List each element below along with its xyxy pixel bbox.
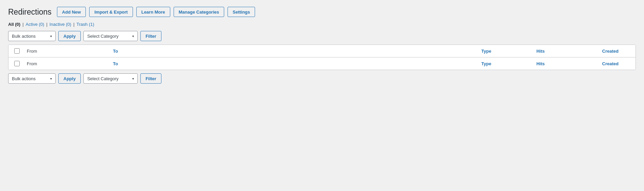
apply-button-top[interactable]: Apply	[58, 31, 81, 41]
select-category-label-bottom: Select Category	[87, 76, 119, 81]
filter-trash[interactable]: Trash (1)	[77, 22, 94, 27]
row-to[interactable]: To	[110, 61, 459, 66]
filter-button-bottom[interactable]: Filter	[140, 73, 161, 84]
page-title: Redirections	[8, 7, 52, 17]
bulk-actions-select-bottom[interactable]: Bulk actions ▾	[8, 73, 56, 84]
chevron-down-icon-bulk-bottom: ▾	[50, 77, 52, 81]
row-checkbox-col	[8, 61, 25, 66]
separator-1: |	[22, 22, 23, 27]
category-select-top[interactable]: Select Category ▾	[83, 31, 138, 41]
bottom-toolbar: Bulk actions ▾ Apply Select Category ▾ F…	[8, 73, 636, 84]
apply-button-bottom[interactable]: Apply	[58, 73, 81, 84]
separator-2: |	[46, 22, 47, 27]
bulk-actions-select-top[interactable]: Bulk actions ▾	[8, 31, 56, 41]
filter-links: All (0) | Active (0) | Inactive (0) | Tr…	[8, 22, 636, 27]
add-new-button[interactable]: Add New	[57, 7, 86, 17]
row-checkbox[interactable]	[14, 61, 20, 66]
filter-active[interactable]: Active (0)	[26, 22, 44, 27]
filter-button-top[interactable]: Filter	[140, 31, 161, 41]
col-header-from: From	[25, 49, 110, 54]
col-header-hits[interactable]: Hits	[513, 49, 568, 54]
row-created[interactable]: Created	[568, 61, 622, 66]
table-row: From To Type Hits Created	[8, 57, 636, 70]
chevron-down-icon-category-bottom: ▾	[132, 77, 134, 81]
settings-button[interactable]: Settings	[228, 7, 255, 17]
select-category-label-top: Select Category	[87, 34, 119, 39]
manage-categories-button[interactable]: Manage Categories	[174, 7, 224, 17]
filter-all[interactable]: All (0)	[8, 22, 20, 27]
top-toolbar: Bulk actions ▾ Apply Select Category ▾ F…	[8, 31, 636, 41]
redirections-table: From To Type Hits Created From To Type H…	[8, 45, 636, 70]
bulk-actions-label-top: Bulk actions	[12, 34, 36, 39]
learn-more-button[interactable]: Learn More	[136, 7, 170, 17]
row-type[interactable]: Type	[459, 61, 513, 66]
row-from: From	[25, 61, 110, 66]
filter-inactive[interactable]: Inactive (0)	[50, 22, 71, 27]
category-select-bottom[interactable]: Select Category ▾	[83, 73, 138, 84]
page-header: Redirections Add New Import & Export Lea…	[8, 7, 636, 17]
import-export-button[interactable]: Import & Export	[89, 7, 133, 17]
col-header-created[interactable]: Created	[568, 49, 622, 54]
row-hits[interactable]: Hits	[513, 61, 568, 66]
col-header-type[interactable]: Type	[459, 49, 513, 54]
chevron-down-icon-bulk-top: ▾	[50, 34, 52, 38]
header-checkbox-col	[8, 48, 25, 54]
separator-3: |	[73, 22, 74, 27]
bulk-actions-label-bottom: Bulk actions	[12, 76, 36, 81]
chevron-down-icon-category-top: ▾	[132, 34, 134, 38]
select-all-checkbox[interactable]	[14, 48, 20, 54]
col-header-to[interactable]: To	[110, 49, 459, 54]
table-header-row: From To Type Hits Created	[8, 45, 636, 57]
